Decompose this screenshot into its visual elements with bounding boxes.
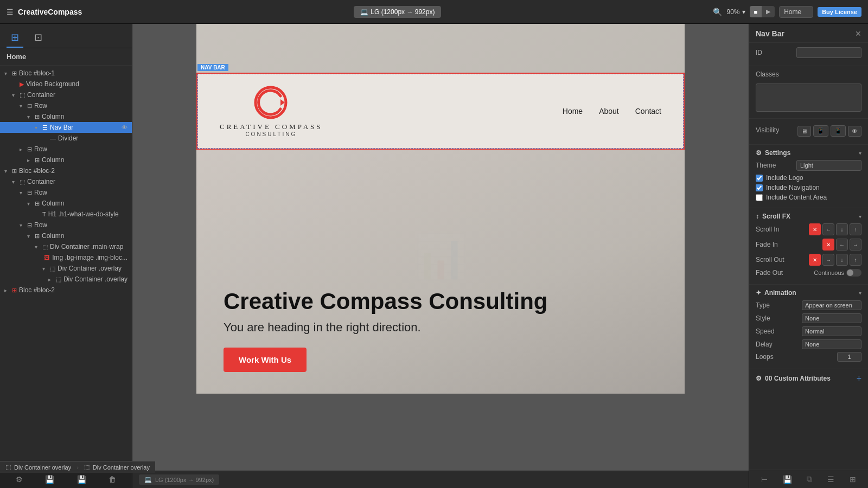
bottom-save2-icon[interactable]: 💾: [77, 475, 86, 484]
anim-type-select[interactable]: Appear on screen: [802, 300, 861, 310]
fade-out-toggle[interactable]: [846, 269, 861, 277]
hero-subtitle: You are heading in the right direction.: [224, 320, 547, 335]
hamburger-icon[interactable]: ☰: [7, 8, 14, 16]
anim-speed-select[interactable]: Normal: [802, 326, 861, 336]
tree-label-row3: Row: [34, 189, 127, 196]
device-button[interactable]: 💻 LG (1200px → 992px): [354, 6, 441, 18]
tree-item-div-overlay2[interactable]: ▸ ⬚ Div Container .overlay: [0, 274, 132, 285]
tree-item-col4[interactable]: ▾ ⊞ Column: [0, 230, 132, 241]
anim-loops-input[interactable]: [837, 352, 861, 362]
tree-item-bloc1[interactable]: ▾ ⊞ Bloc #bloc-1: [0, 68, 132, 79]
svg-marker-1: [280, 99, 285, 106]
visibility-buttons: 🖥 📱 📱 👁: [797, 125, 861, 137]
tree-item-bloc2a[interactable]: ▾ ⊞ Bloc #bloc-2: [0, 165, 132, 176]
arrow-bloc2b: ▸: [4, 287, 12, 293]
rp-theme-select[interactable]: Light: [796, 160, 861, 171]
include-content-area-checkbox[interactable]: [756, 194, 763, 201]
scroll-out-up-button[interactable]: ↑: [850, 254, 861, 266]
bottom-settings-icon[interactable]: ⚙: [16, 475, 23, 484]
tab-components[interactable]: ⊡: [30, 28, 47, 48]
custom-attr-add-button[interactable]: +: [857, 374, 861, 383]
tree-item-container1[interactable]: ▾ ⬚ Container: [0, 89, 132, 100]
scroll-in-left-button[interactable]: ←: [822, 223, 834, 235]
nav-link-contact[interactable]: Contact: [635, 107, 661, 115]
fade-in-right-button[interactable]: →: [850, 239, 861, 251]
scroll-in-down-button[interactable]: ↓: [836, 223, 848, 235]
tree-item-img-bg[interactable]: ▸ 🖼 Img .bg-image .img-bloc...: [0, 252, 132, 263]
hero-cta-button[interactable]: Work With Us: [224, 348, 307, 372]
nav-links: Home About Contact: [563, 107, 661, 115]
tree-item-div-main-wrap[interactable]: ▾ ⬚ Div Container .main-wrap: [0, 241, 132, 252]
scroll-out-down-button[interactable]: ↓: [836, 254, 848, 266]
tree-item-div-overlay[interactable]: ▾ ⬚ Div Container .overlay: [0, 263, 132, 274]
tree-label-container1: Container: [27, 91, 127, 99]
rp-bottom-align-left-icon[interactable]: ⊢: [761, 475, 768, 484]
tree-item-container2[interactable]: ▾ ⬚ Container: [0, 176, 132, 187]
row1-icon: ⊟: [27, 102, 32, 110]
bottom-delete-icon[interactable]: 🗑: [108, 475, 116, 484]
rp-animation-header[interactable]: ✦ Animation ▾: [756, 289, 861, 297]
tree-item-divider[interactable]: ▸ — Divider: [0, 133, 132, 144]
scroll-out-buttons: ✕ → ↓ ↑: [809, 254, 861, 266]
h1-icon: T: [42, 211, 46, 217]
rp-bottom-copy-icon[interactable]: ⧉: [807, 474, 812, 484]
left-panel-tabs: ⊞ ⊡: [0, 24, 132, 48]
scroll-in-x-button[interactable]: ✕: [809, 223, 821, 235]
include-navigation-checkbox[interactable]: [756, 184, 763, 191]
tree-item-row4[interactable]: ▾ ⊟ Row: [0, 220, 132, 230]
scroll-out-x-button[interactable]: ✕: [809, 254, 821, 266]
search-icon[interactable]: 🔍: [713, 8, 722, 16]
right-panel-close-icon[interactable]: ✕: [855, 29, 861, 38]
rp-id-input[interactable]: [796, 47, 861, 58]
tree-item-col3[interactable]: ▾ ⊞ Column: [0, 198, 132, 209]
tree-item-navbar[interactable]: ▾ ☰ Nav Bar 👁: [0, 122, 132, 133]
rp-classes-input[interactable]: [756, 84, 861, 112]
nav-link-home[interactable]: Home: [563, 107, 583, 115]
vis-mobile-button[interactable]: 📱: [831, 125, 846, 137]
row3-icon: ⊟: [27, 189, 32, 196]
include-logo-checkbox[interactable]: [756, 175, 763, 182]
fade-in-left-button[interactable]: ←: [836, 239, 848, 251]
tab-layers[interactable]: ⊞: [7, 28, 23, 48]
tree-item-h1[interactable]: ▸ T H1 .h1-what-we-do-style: [0, 209, 132, 220]
anim-style-label: Style: [756, 314, 770, 322]
anim-delay-select[interactable]: None: [802, 339, 861, 349]
preview-off-button[interactable]: ■: [750, 6, 762, 17]
scroll-in-up-button[interactable]: ↑: [850, 223, 861, 235]
navbar-selected-section[interactable]: NAV BAR CREATIVE COMPASS CONSULTING: [196, 73, 685, 150]
rp-scroll-fx-header[interactable]: ↕ Scroll FX ▾: [756, 213, 861, 220]
tree-item-row1[interactable]: ▾ ⊟ Row: [0, 100, 132, 111]
bloc2b-icon: ⊞: [12, 287, 17, 294]
nav-logo-area: CREATIVE COMPASS CONSULTING: [220, 85, 323, 137]
tree-item-row2[interactable]: ▸ ⊟ Row: [0, 144, 132, 155]
nav-link-about[interactable]: About: [599, 107, 619, 115]
tree-item-row3[interactable]: ▾ ⊟ Row: [0, 187, 132, 198]
vis-desktop-button[interactable]: 🖥: [797, 126, 811, 137]
vis-eye-button[interactable]: 👁: [848, 126, 861, 137]
rp-bottom-settings2-icon[interactable]: ⊞: [850, 475, 856, 484]
bloc2a-icon: ⊞: [12, 168, 17, 175]
home-select[interactable]: Home: [779, 6, 813, 18]
zoom-control[interactable]: 90% ▾: [726, 8, 745, 16]
anim-delay-row: Delay None: [756, 339, 861, 349]
rp-settings-header[interactable]: ⚙ Settings ▾: [756, 149, 861, 157]
tree-item-video-bg[interactable]: ▸ ▶ Video Background: [0, 79, 132, 89]
fade-in-x-button[interactable]: ✕: [822, 239, 834, 251]
anim-speed-label: Speed: [756, 328, 775, 335]
tree-item-col2[interactable]: ▸ ⊞ Column: [0, 155, 132, 165]
rp-bottom-list-icon[interactable]: ☰: [827, 475, 834, 484]
scroll-out-in-button[interactable]: →: [822, 254, 834, 266]
bottom-save1-icon[interactable]: 💾: [45, 475, 54, 484]
anim-style-select[interactable]: None: [802, 313, 861, 323]
tree-item-col1[interactable]: ▾ ⊞ Column: [0, 111, 132, 122]
rp-bottom-save-icon[interactable]: 💾: [783, 475, 792, 484]
canvas-device-label: LG (1200px → 992px): [155, 477, 214, 483]
divider-icon: —: [50, 135, 56, 142]
scroll-fx-icon: ↕: [756, 213, 759, 220]
eye-icon[interactable]: 👁: [122, 124, 127, 131]
rp-scroll-in-label: Scroll In: [756, 226, 779, 233]
preview-on-button[interactable]: ▶: [762, 6, 775, 17]
tree-item-bloc2b[interactable]: ▸ ⊞ Bloc #bloc-2: [0, 285, 132, 296]
vis-tablet-button[interactable]: 📱: [813, 125, 828, 137]
buy-license-button[interactable]: Buy License: [818, 7, 861, 17]
